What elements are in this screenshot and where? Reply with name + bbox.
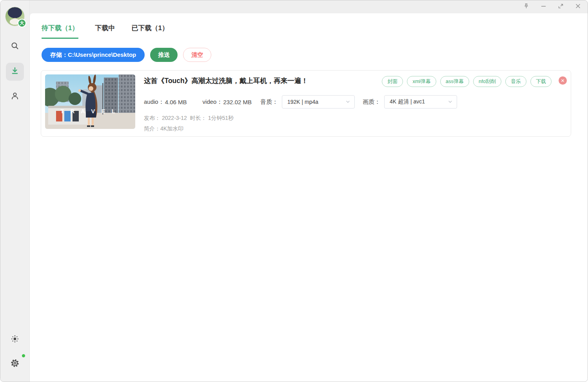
settings-notification-dot [22,354,25,358]
tab-bar: 待下载（1） 下载中 已下载（1） [30,13,588,39]
tab-downloading[interactable]: 下载中 [95,24,115,39]
sidebar-item-search[interactable] [6,38,24,56]
maximize-icon [558,3,564,11]
remove-x-icon: ✕ [561,78,564,83]
toolbar: 存储：C:\Users\prince\Desktop 推送 清空 [30,39,588,62]
clear-button[interactable]: 清空 [183,48,211,62]
audio-quality-label: 音质： [260,98,278,106]
sidebar-nav [6,38,24,106]
remove-item-button[interactable]: ✕ [559,76,567,85]
maximize-button[interactable] [555,2,566,13]
download-item-card: T R A V E L 这首《Touch》高潮太过洗脑，戴上耳机，再来一遍！ 封… [41,70,571,137]
minimize-icon [541,3,546,11]
sun-icon [10,334,20,345]
tab-pending[interactable]: 待下载（1） [42,24,78,39]
tag-xml-danmaku[interactable]: xml弹幕 [407,76,436,87]
publish-info: 发布：2022-3-12 时长：1分钟51秒 [144,115,567,122]
video-title: 这首《Touch》高潮太过洗脑，戴上耳机，再来一遍！ [144,76,376,85]
thumbnail-caption: T R A V E L [60,108,118,114]
tag-music[interactable]: 音乐 [505,76,526,87]
push-button[interactable]: 推送 [150,48,178,62]
tab-downloaded[interactable]: 已下载（1） [131,24,168,39]
intro-info: 简介：4K加水印 [144,125,567,132]
chevron-down-icon [448,99,453,105]
option-tags: 封面 xml弹幕 ass弹幕 nfo刮削 音乐 下载 [382,76,552,87]
audio-size: audio：4.06 MB [144,98,187,106]
search-icon [10,41,20,52]
video-quality-label: 画质： [363,98,380,106]
pin-icon [523,3,529,11]
theme-toggle[interactable] [6,331,24,349]
chevron-down-icon [345,99,350,105]
tag-ass-danmaku[interactable]: ass弹幕 [440,76,469,87]
item-details: 这首《Touch》高潮太过洗脑，戴上耳机，再来一遍！ 封面 xml弹幕 ass弹… [135,74,567,132]
audio-quality-select[interactable]: 192K | mp4a [282,95,355,109]
download-icon [10,66,20,77]
avatar-level-badge: 大 [18,19,26,27]
tag-cover[interactable]: 封面 [382,76,403,87]
main-content: 待下载（1） 下载中 已下载（1） 存储：C:\Users\prince\Des… [30,13,588,382]
gear-icon [10,358,20,370]
user-avatar[interactable]: 大 [5,7,24,26]
video-thumbnail: T R A V E L [45,74,135,129]
sidebar-item-user[interactable] [6,88,24,106]
video-size: video：232.02 MB [203,98,252,106]
app-window: 大 [0,0,588,382]
person-icon [10,91,20,102]
sidebar-item-downloads[interactable] [6,63,24,81]
video-quality-select[interactable]: 4K 超清 | avc1 [384,95,457,109]
settings-button[interactable] [6,355,24,373]
tag-download[interactable]: 下载 [530,76,552,87]
tag-nfo-scrape[interactable]: nfo刮削 [473,76,501,87]
sidebar: 大 [0,0,30,382]
minimize-button[interactable] [537,2,549,13]
close-window-button[interactable] [572,2,584,13]
titlebar [30,0,588,13]
close-icon [575,3,581,11]
sidebar-bottom [6,331,24,373]
storage-path-button[interactable]: 存储：C:\Users\prince\Desktop [42,48,145,62]
pin-window-button[interactable] [520,2,532,13]
